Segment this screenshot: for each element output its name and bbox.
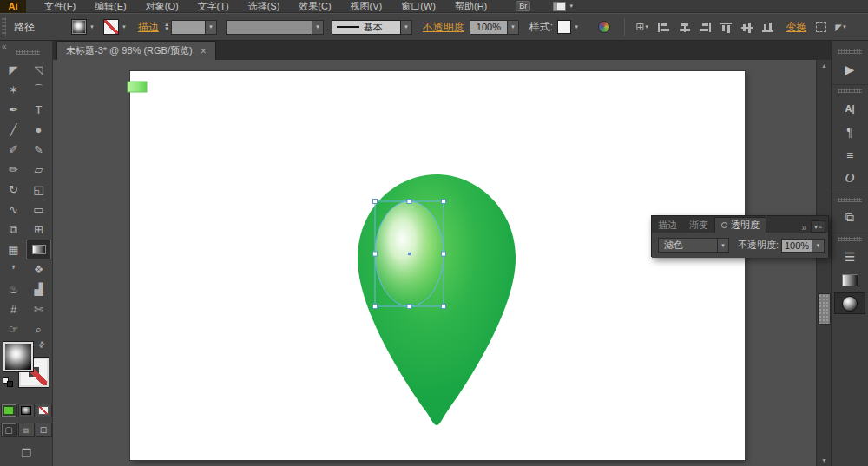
vertical-scrollbar[interactable]: ▲ ▼ <box>816 60 831 466</box>
selection-tool[interactable]: ◤ <box>1 60 26 80</box>
align-bottom-button[interactable] <box>761 22 774 33</box>
opacity-value-field[interactable]: 100% <box>781 239 812 253</box>
panel-grip[interactable] <box>838 89 862 93</box>
align-left-button[interactable] <box>657 22 670 33</box>
opacity-link[interactable]: 不透明度 <box>423 20 464 35</box>
play-button[interactable]: ▶ <box>834 58 865 80</box>
brush-definition-dropdown[interactable]: 基本 <box>332 20 401 35</box>
blend-mode-select[interactable]: 滤色 ▼ <box>658 238 729 253</box>
align-right-button[interactable] <box>699 22 712 33</box>
menu-item-4[interactable]: 文字(T) <box>188 0 239 13</box>
brush-definition-caret[interactable]: ▼ <box>401 20 412 35</box>
lasso-tool[interactable]: ⌒ <box>26 80 51 100</box>
menu-item-7[interactable]: 视图(V) <box>341 0 392 13</box>
center-point-handle[interactable] <box>408 253 411 256</box>
panel-grip[interactable] <box>838 237 862 241</box>
align-options-dropdown[interactable]: ⊞ ▼ <box>635 21 649 33</box>
collapse-panel-icon[interactable]: « <box>2 42 7 51</box>
stroke-color-button[interactable] <box>103 19 119 35</box>
default-fill-stroke-icon[interactable] <box>3 377 15 388</box>
fill-swatch[interactable] <box>3 342 33 371</box>
menu-item-9[interactable]: 帮助(H) <box>445 0 496 13</box>
draw-behind-button[interactable]: ⧈ <box>18 423 35 437</box>
fill-color-button[interactable] <box>71 19 87 35</box>
gradient-tool[interactable] <box>26 240 51 259</box>
opacity-field[interactable]: 100% <box>470 20 508 35</box>
paintbrush-tool[interactable]: ✐ <box>1 140 26 160</box>
hand-tool[interactable]: ☞ <box>1 319 26 339</box>
menu-item-2[interactable]: 编辑(E) <box>85 0 136 13</box>
blend-tool[interactable]: ❖ <box>26 259 51 279</box>
panel-menu-button[interactable]: ▾ ≡ <box>811 220 825 233</box>
draw-normal-button[interactable]: ▢ <box>1 423 17 437</box>
scroll-up-icon[interactable]: ▲ <box>817 60 832 71</box>
type-tool[interactable]: T <box>26 100 51 120</box>
menu-item-5[interactable]: 选择(S) <box>239 0 290 13</box>
egg-shape[interactable] <box>358 174 516 425</box>
bridge-button[interactable]: Br <box>516 1 530 11</box>
none-button[interactable] <box>36 404 52 417</box>
close-icon[interactable]: × <box>201 47 207 56</box>
blob-brush-tool[interactable]: ✏ <box>1 160 26 180</box>
align-center-button[interactable] <box>678 22 691 33</box>
stroke-link[interactable]: 描边 <box>138 20 159 35</box>
width-tool[interactable]: ∿ <box>1 200 26 220</box>
eraser-tool[interactable]: ▱ <box>26 160 51 180</box>
free-transform-icon[interactable] <box>816 22 826 32</box>
draw-inside-button[interactable]: ⊡ <box>36 423 52 437</box>
expand-panel-icon[interactable]: » <box>801 223 806 233</box>
panel-tab-gradient[interactable]: 渐变 <box>683 217 714 233</box>
panel-grip[interactable] <box>838 49 862 54</box>
screen-mode-button[interactable]: ❐ <box>15 444 37 462</box>
chevron-down-icon[interactable]: ▼ <box>89 24 95 30</box>
paragraph-panel-button[interactable]: ¶ <box>834 121 865 142</box>
opacity-dropdown[interactable]: ▼ <box>812 239 825 253</box>
scroll-down-icon[interactable]: ▼ <box>817 455 832 466</box>
mesh-tool[interactable]: ▦ <box>1 240 26 259</box>
width-profile-dropdown[interactable]: ▼ <box>312 20 324 35</box>
chevron-down-icon[interactable]: ▼ <box>574 24 579 30</box>
panel-grip[interactable] <box>2 17 6 36</box>
scrollbar-thumb[interactable] <box>818 293 831 325</box>
stroke-weight-stepper[interactable]: ▲▼ <box>164 23 169 31</box>
panel-tab-stroke[interactable]: 描边 <box>652 217 683 233</box>
free-transform-tool[interactable]: ▭ <box>26 200 51 220</box>
appearance-panel-button[interactable]: ⧉ <box>834 207 865 228</box>
magic-wand-tool[interactable]: ✶ <box>1 80 26 100</box>
paragraph-styles-panel-button[interactable]: ≡ <box>834 144 865 166</box>
align-middle-button[interactable] <box>740 22 753 33</box>
style-swatch-button[interactable] <box>557 20 571 34</box>
opentype-panel-button[interactable]: O <box>834 167 865 189</box>
chevron-down-icon[interactable]: ▼ <box>122 24 127 30</box>
pencil-tool[interactable]: ✎ <box>26 140 51 160</box>
panel-grip[interactable] <box>16 50 40 55</box>
color-button[interactable] <box>1 404 17 417</box>
ellipse-tool[interactable]: ● <box>26 120 51 140</box>
direct-selection-tool[interactable]: ◹ <box>26 60 51 80</box>
panel-tab-transparency[interactable]: 透明度 <box>714 217 766 233</box>
eyedropper-tool[interactable]: ❜ <box>1 259 26 279</box>
gradient-button[interactable] <box>18 404 35 417</box>
stroke-weight-dropdown[interactable]: ▼ <box>206 20 217 35</box>
width-profile-field[interactable] <box>226 20 312 35</box>
perspective-grid-tool[interactable]: ⊞ <box>26 220 51 240</box>
zoom-tool[interactable]: ⌕ <box>26 319 51 339</box>
scale-tool[interactable]: ◱ <box>26 180 51 200</box>
menu-item-3[interactable]: 对象(O) <box>136 0 188 13</box>
menu-item-8[interactable]: 窗口(W) <box>391 0 445 13</box>
menu-item-1[interactable]: 文件(F) <box>35 0 85 13</box>
transparency-panel-button[interactable] <box>834 292 865 314</box>
swap-fill-stroke-icon[interactable]: ⇄ <box>36 339 47 350</box>
recolor-artwork-icon[interactable] <box>598 21 610 33</box>
symbol-sprayer-tool[interactable]: ♨ <box>1 279 26 299</box>
stroke-panel-button[interactable]: ☰ <box>834 246 865 267</box>
pen-tool[interactable]: ✒ <box>1 100 26 120</box>
shape-builder-tool[interactable]: ⧉ <box>1 220 26 240</box>
gradient-panel-button[interactable] <box>834 269 865 291</box>
workspace-switcher-button[interactable]: ▼ <box>553 2 574 11</box>
align-top-button[interactable] <box>720 22 733 33</box>
stroke-weight-field[interactable] <box>171 20 206 35</box>
opacity-dropdown[interactable]: ▼ <box>508 20 519 35</box>
isolate-selection-button[interactable]: ◤ ▼ <box>835 23 847 32</box>
panel-grip[interactable] <box>838 198 862 202</box>
